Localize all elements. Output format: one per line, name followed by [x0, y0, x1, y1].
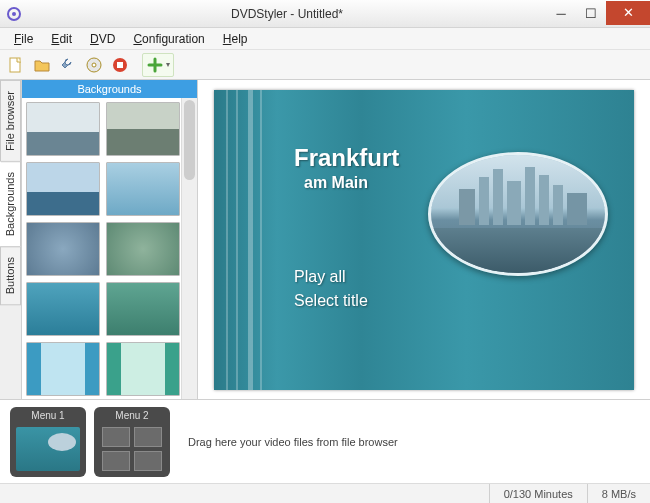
dvd-menu-select-title[interactable]: Select title [294, 292, 368, 310]
window-controls: ─ ☐ ✕ [546, 3, 650, 25]
new-icon [7, 56, 25, 74]
menu-dvd[interactable]: DVD [82, 30, 123, 48]
svg-rect-6 [117, 62, 123, 68]
toolbar-burn-button[interactable] [82, 53, 106, 77]
dvd-menu-image[interactable] [428, 152, 608, 276]
background-thumb[interactable] [26, 342, 100, 396]
timeline-menu-label: Menu 2 [97, 410, 167, 424]
burn-disc-icon [85, 56, 103, 74]
toolbar-add-button[interactable]: ▾ [142, 53, 174, 77]
svg-point-4 [92, 63, 96, 67]
open-icon [33, 56, 51, 74]
svg-point-1 [12, 12, 16, 16]
toolbar: ▾ [0, 50, 650, 80]
menubar: File Edit DVD Configuration Help [0, 28, 650, 50]
timeline-drag-hint: Drag here your video files from file bro… [188, 436, 398, 448]
background-thumb[interactable] [106, 102, 180, 156]
add-plus-icon [146, 56, 164, 74]
maximize-button[interactable]: ☐ [576, 3, 606, 25]
dvd-menu-title[interactable]: Frankfurt [294, 144, 399, 172]
background-thumb[interactable] [26, 102, 100, 156]
minimize-button[interactable]: ─ [546, 3, 576, 25]
backgrounds-panel-header: Backgrounds [22, 80, 197, 98]
timeline-menu-1[interactable]: Menu 1 [10, 407, 86, 477]
background-thumb[interactable] [106, 282, 180, 336]
timeline-menu-label: Menu 1 [13, 410, 83, 424]
dvd-menu-play-all[interactable]: Play all [294, 268, 346, 286]
side-tab-buttons[interactable]: Buttons [0, 246, 21, 305]
side-tabs: File browser Backgrounds Buttons [0, 80, 22, 399]
statusbar: 0/130 Minutes 8 MB/s [0, 483, 650, 503]
window-title: DVDStyler - Untitled* [28, 7, 546, 21]
scrollbar-thumb[interactable] [184, 100, 195, 180]
toolbar-stop-button[interactable] [108, 53, 132, 77]
main-area: File browser Backgrounds Buttons Backgro… [0, 80, 650, 399]
background-thumb[interactable] [106, 342, 180, 396]
preview-area: Frankfurt am Main Play all Select title [198, 80, 650, 399]
menu-configuration[interactable]: Configuration [125, 30, 212, 48]
timeline-strip[interactable]: Menu 1 Menu 2 Drag here your video files… [0, 399, 650, 483]
backgrounds-grid [22, 98, 181, 399]
close-button[interactable]: ✕ [606, 1, 650, 25]
stop-icon [111, 56, 129, 74]
status-minutes: 0/130 Minutes [489, 484, 587, 503]
scrollbar-track[interactable] [181, 98, 197, 399]
menu-file[interactable]: File [6, 30, 41, 48]
chevron-down-icon: ▾ [166, 60, 170, 69]
wrench-icon [59, 56, 77, 74]
menu-help[interactable]: Help [215, 30, 256, 48]
background-thumb[interactable] [26, 222, 100, 276]
toolbar-open-button[interactable] [30, 53, 54, 77]
background-thumb[interactable] [26, 162, 100, 216]
background-thumb[interactable] [26, 282, 100, 336]
titlebar: DVDStyler - Untitled* ─ ☐ ✕ [0, 0, 650, 28]
background-thumb[interactable] [106, 162, 180, 216]
app-icon [0, 7, 28, 21]
toolbar-config-button[interactable] [56, 53, 80, 77]
background-thumb[interactable] [106, 222, 180, 276]
backgrounds-panel: Backgrounds [22, 80, 198, 399]
dvd-menu-subtitle[interactable]: am Main [304, 174, 368, 192]
status-bitrate: 8 MB/s [587, 484, 650, 503]
side-tab-backgrounds[interactable]: Backgrounds [0, 161, 21, 247]
timeline-menu-2[interactable]: Menu 2 [94, 407, 170, 477]
toolbar-new-button[interactable] [4, 53, 28, 77]
side-tab-file-browser[interactable]: File browser [0, 80, 21, 162]
dvd-menu-preview[interactable]: Frankfurt am Main Play all Select title [214, 90, 634, 390]
menu-edit[interactable]: Edit [43, 30, 80, 48]
